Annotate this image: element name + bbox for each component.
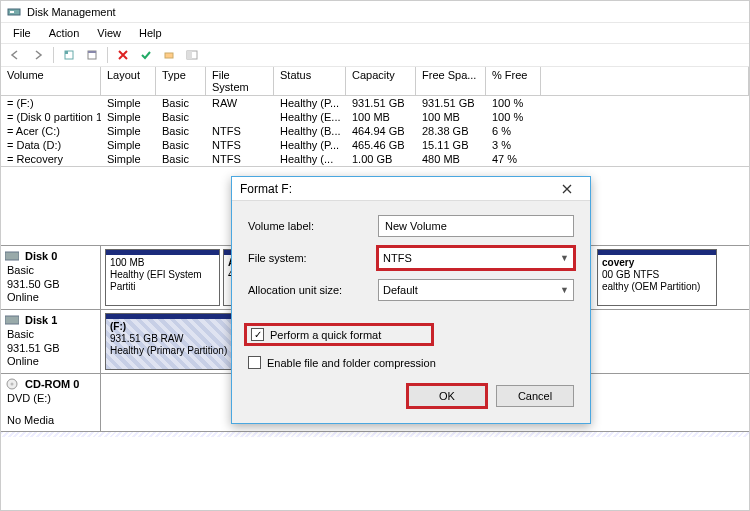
compression-checkbox[interactable]: Enable file and folder compression	[248, 356, 574, 369]
status-bar	[1, 431, 749, 437]
refresh-button[interactable]	[59, 45, 79, 65]
menu-help[interactable]: Help	[131, 25, 170, 41]
volume-label-label: Volume label:	[248, 220, 368, 232]
toolbar-separator	[53, 47, 54, 63]
col-freespace[interactable]: Free Spa...	[416, 67, 486, 95]
shrink-button[interactable]	[182, 45, 202, 65]
svg-rect-9	[5, 252, 19, 260]
toolbar-separator	[107, 47, 108, 63]
cancel-button[interactable]: Cancel	[496, 385, 574, 407]
format-dialog: Format F: Volume label: File system: NTF…	[231, 176, 591, 424]
disk-label[interactable]: Disk 0 Basic 931.50 GB Online	[1, 246, 101, 309]
col-type[interactable]: Type	[156, 67, 206, 95]
partition-recovery[interactable]: covery 00 GB NTFS ealthy (OEM Partition)	[597, 249, 717, 306]
volume-table-header: Volume Layout Type File System Status Ca…	[1, 67, 749, 96]
partition-f[interactable]: (F:) 931.51 GB RAW Healthy (Primary Part…	[105, 313, 245, 370]
disk-mgmt-icon	[7, 5, 21, 19]
menu-view[interactable]: View	[89, 25, 129, 41]
disk-label[interactable]: Disk 1 Basic 931.51 GB Online	[1, 310, 101, 373]
close-button[interactable]	[552, 177, 582, 201]
chevron-down-icon: ▼	[560, 285, 569, 295]
quick-format-checkbox[interactable]: ✓ Perform a quick format	[251, 328, 427, 341]
disk-label[interactable]: CD-ROM 0 DVD (E:) No Media	[1, 374, 101, 431]
col-status[interactable]: Status	[274, 67, 346, 95]
hdd-icon	[5, 314, 19, 326]
filesystem-select[interactable]: NTFS ▼	[378, 247, 574, 269]
col-pctfree[interactable]: % Free	[486, 67, 541, 95]
menubar: File Action View Help	[1, 23, 749, 43]
col-layout[interactable]: Layout	[101, 67, 156, 95]
check-button[interactable]	[136, 45, 156, 65]
quick-format-label: Perform a quick format	[270, 329, 381, 341]
svg-rect-5	[88, 51, 96, 53]
partition-efi[interactable]: 100 MB Healthy (EFI System Partiti	[105, 249, 220, 306]
hdd-icon	[5, 250, 19, 262]
titlebar: Disk Management	[1, 1, 749, 23]
delete-button[interactable]	[113, 45, 133, 65]
svg-rect-6	[165, 53, 173, 58]
menu-action[interactable]: Action	[41, 25, 88, 41]
forward-button[interactable]	[28, 45, 48, 65]
svg-rect-8	[187, 51, 192, 59]
ok-button[interactable]: OK	[408, 385, 486, 407]
col-spacer	[541, 67, 749, 95]
filesystem-label: File system:	[248, 252, 368, 264]
toolbar	[1, 43, 749, 67]
svg-rect-10	[5, 316, 19, 324]
table-row[interactable]: = Data (D:)SimpleBasicNTFSHealthy (P...4…	[1, 138, 749, 152]
properties-button[interactable]	[82, 45, 102, 65]
chevron-down-icon: ▼	[560, 253, 569, 263]
volume-label-input[interactable]	[378, 215, 574, 237]
table-row[interactable]: = (F:)SimpleBasicRAWHealthy (P...931.51 …	[1, 96, 749, 110]
table-row[interactable]: = Acer (C:)SimpleBasicNTFSHealthy (B...4…	[1, 124, 749, 138]
col-filesystem[interactable]: File System	[206, 67, 274, 95]
table-row[interactable]: = (Disk 0 partition 1)SimpleBasicHealthy…	[1, 110, 749, 124]
back-button[interactable]	[5, 45, 25, 65]
checkbox-checked-icon: ✓	[251, 328, 264, 341]
svg-point-12	[11, 383, 14, 386]
col-volume[interactable]: Volume	[1, 67, 101, 95]
checkbox-unchecked-icon	[248, 356, 261, 369]
extend-button[interactable]	[159, 45, 179, 65]
dialog-title: Format F:	[240, 182, 292, 196]
col-capacity[interactable]: Capacity	[346, 67, 416, 95]
cdrom-icon	[5, 378, 19, 390]
allocation-select[interactable]: Default ▼	[378, 279, 574, 301]
window-title: Disk Management	[27, 6, 116, 18]
svg-rect-1	[10, 11, 14, 13]
menu-file[interactable]: File	[5, 25, 39, 41]
svg-rect-3	[65, 51, 68, 54]
compression-label: Enable file and folder compression	[267, 357, 436, 369]
allocation-label: Allocation unit size:	[248, 284, 368, 296]
table-row[interactable]: = RecoverySimpleBasicNTFSHealthy (...1.0…	[1, 152, 749, 166]
volume-table: Volume Layout Type File System Status Ca…	[1, 67, 749, 167]
